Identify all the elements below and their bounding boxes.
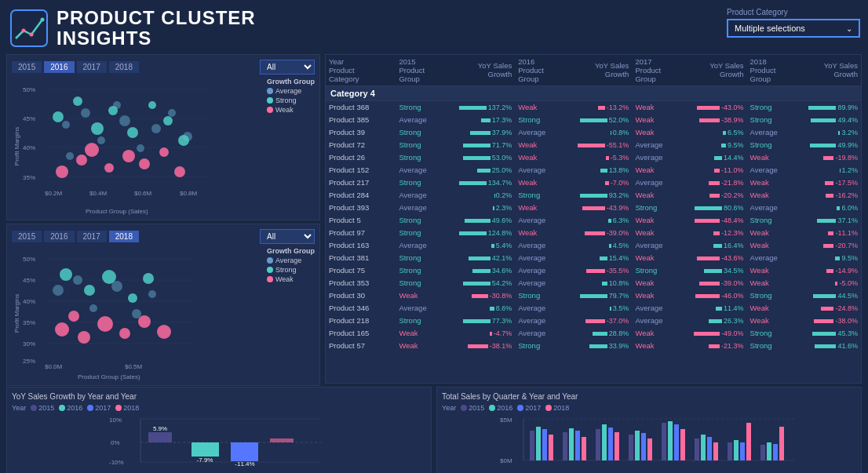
- svg-rect-95: [549, 435, 553, 460]
- filter-label: Product Category: [727, 8, 860, 16]
- chevron-down-icon: ⌄: [846, 24, 852, 33]
- col-2015-yoy: YoY Sales Growth: [439, 55, 516, 86]
- svg-rect-104: [629, 435, 633, 460]
- product-table: Year Product Category 2015 Product Group…: [326, 55, 861, 352]
- year-2017-btn-top[interactable]: 2017: [77, 61, 107, 73]
- col-2018-group: 2018 Product Group: [747, 55, 790, 86]
- svg-rect-103: [615, 432, 619, 460]
- svg-rect-105: [635, 431, 640, 460]
- svg-point-36: [104, 163, 114, 173]
- svg-point-69: [119, 328, 130, 339]
- bottom-left-chart: YoY Sales Growth by Year and Year Year 2…: [6, 387, 432, 473]
- svg-text:40%: 40%: [23, 298, 35, 305]
- svg-point-22: [168, 109, 176, 117]
- svg-rect-82: [191, 442, 219, 457]
- svg-point-1: [22, 29, 26, 33]
- svg-text:-10%: -10%: [109, 459, 124, 466]
- svg-rect-99: [582, 437, 586, 460]
- svg-rect-94: [542, 429, 547, 460]
- svg-text:-7.9%: -7.9%: [197, 457, 213, 464]
- year-2018-btn-top[interactable]: 2018: [109, 61, 139, 73]
- svg-text:$5M: $5M: [500, 417, 512, 424]
- all-dropdown-top[interactable]: All: [260, 60, 315, 75]
- table-row: Product 217 Strong 134.7% Weak -7.0% Ave…: [326, 176, 861, 188]
- category-row: Category 4: [326, 86, 861, 100]
- all-dropdown-bot[interactable]: All: [260, 229, 315, 244]
- svg-text:50%: 50%: [23, 86, 35, 93]
- year-dot-2015-right: [461, 405, 467, 411]
- growth-group-legend-bot: Growth Group Average Strong: [267, 247, 315, 283]
- svg-rect-97: [569, 428, 574, 460]
- year-2015-btn-bot[interactable]: 2015: [12, 231, 42, 242]
- scatter-svg-top: 50% 45% 40% 35% $0.2M $0.4M: [23, 78, 258, 203]
- legend-dot-strong-top: [267, 97, 273, 104]
- table-scroll-area[interactable]: Year Product Category 2015 Product Group…: [326, 55, 861, 383]
- svg-point-31: [148, 101, 156, 109]
- svg-rect-86: [270, 438, 294, 442]
- legend-label-average-top: Average: [275, 87, 301, 95]
- total-sales-chart: $5M $0M: [442, 415, 856, 470]
- svg-point-60: [148, 290, 156, 298]
- svg-rect-120: [760, 445, 765, 460]
- filter-dropdown[interactable]: Multiple selections ⌄: [727, 19, 860, 38]
- year-2018-btn-bot[interactable]: 2018: [109, 231, 139, 242]
- year-dot-2017-right: [517, 405, 523, 411]
- year-label-left: Year: [12, 404, 26, 412]
- x-axis-label-top: Product Group (Sales): [86, 208, 148, 215]
- svg-point-18: [97, 136, 105, 144]
- svg-rect-109: [668, 421, 673, 460]
- svg-rect-102: [608, 428, 613, 460]
- col-2017-group: 2017 Product Group: [632, 55, 675, 86]
- legend-label-weak-top: Weak: [275, 106, 294, 114]
- table-row: Product 39 Strong 37.9% Average 0.8% Wea…: [326, 126, 861, 138]
- legend-dot-weak-bot: [267, 276, 273, 282]
- col-product: Year Product Category: [326, 55, 396, 86]
- year-dot-2017-left: [87, 405, 93, 411]
- filter-value: Multiple selections: [735, 24, 805, 33]
- svg-text:$0.4M: $0.4M: [89, 190, 108, 197]
- svg-rect-80: [148, 432, 172, 442]
- svg-point-55: [53, 285, 64, 296]
- svg-rect-113: [701, 435, 706, 460]
- header-icon: [9, 9, 49, 48]
- svg-text:$0.5M: $0.5M: [125, 363, 143, 370]
- year-2016-btn-top[interactable]: 2016: [44, 61, 74, 73]
- svg-rect-117: [734, 440, 739, 460]
- svg-point-28: [91, 122, 104, 135]
- svg-point-21: [151, 124, 161, 133]
- table-row: Product 381 Strong 42.1% Average 15.4% W…: [326, 251, 861, 264]
- svg-text:35%: 35%: [23, 319, 35, 326]
- svg-rect-100: [596, 429, 600, 460]
- svg-rect-121: [767, 442, 771, 460]
- svg-point-24: [66, 152, 74, 160]
- svg-rect-122: [773, 444, 778, 460]
- year-2015-btn-top[interactable]: 2015: [12, 61, 42, 73]
- svg-rect-123: [779, 427, 784, 460]
- legend-title-bot: Growth Group: [267, 247, 315, 255]
- year-2016-btn-bot[interactable]: 2016: [44, 231, 74, 242]
- year-2017-btn-bot[interactable]: 2017: [77, 231, 107, 242]
- svg-point-19: [119, 115, 130, 126]
- y-axis-label-bot: Profit Margins: [12, 247, 23, 380]
- table-row: Product 72 Strong 71.7% Weak -55.1% Aver…: [326, 138, 861, 151]
- col-2018-yoy: YoY Sales Growth: [790, 55, 861, 86]
- table-row: Product 57 Weak -38.1% Strong 33.9% Weak…: [326, 339, 861, 351]
- svg-point-66: [55, 322, 69, 337]
- legend-dot-strong-bot: [267, 267, 273, 273]
- svg-rect-108: [662, 423, 666, 460]
- svg-point-70: [138, 315, 151, 328]
- svg-rect-110: [674, 424, 679, 460]
- svg-rect-93: [536, 427, 541, 460]
- bottom-left-title: YoY Sales Growth by Year and Year: [12, 392, 426, 401]
- page-title-line2: INSIGHTS: [57, 28, 256, 49]
- scatter-bottom: 2015 2016 2017 2018 All Profit Margins: [6, 224, 320, 386]
- filter-area: Product Category Multiple selections ⌄: [727, 8, 860, 38]
- legend-label-weak-bot: Weak: [275, 275, 294, 283]
- svg-text:$0.8M: $0.8M: [180, 190, 198, 197]
- svg-point-3: [41, 18, 45, 22]
- year-dot-2018-right: [545, 405, 552, 411]
- svg-text:$0.2M: $0.2M: [45, 190, 63, 197]
- page-title-line1: PRODUCT CLUSTER: [57, 8, 256, 28]
- svg-point-29: [108, 106, 118, 115]
- svg-rect-119: [746, 423, 751, 460]
